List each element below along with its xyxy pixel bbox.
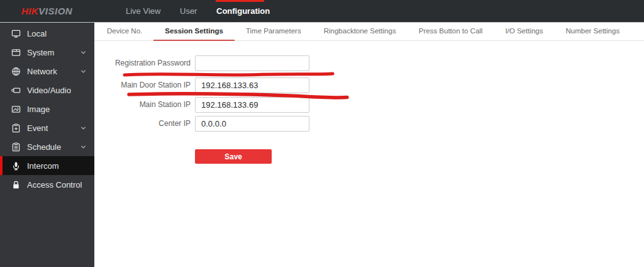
- sidebar-item-label: Intercom: [27, 161, 59, 171]
- tab-number-settings[interactable]: Number Settings: [555, 23, 631, 40]
- tab-press-button-to-call[interactable]: Press Button to Call: [408, 23, 494, 40]
- main-station-ip-input[interactable]: [195, 97, 309, 113]
- sidebar-item-label: Image: [27, 105, 50, 114]
- tab-session-settings[interactable]: Session Settings: [153, 23, 235, 40]
- sidebar-item-network[interactable]: Network: [0, 62, 94, 81]
- chevron-down-icon: [80, 69, 86, 74]
- main-station-ip-label: Main Station IP: [94, 97, 191, 113]
- center-ip-label: Center IP: [94, 116, 191, 132]
- main-content: Device No. Session Settings Time Paramet…: [94, 23, 644, 267]
- registration-password-input[interactable]: [195, 55, 309, 71]
- microphone-icon: [11, 161, 21, 171]
- image-icon: [11, 105, 21, 114]
- sidebar-item-system[interactable]: System: [0, 43, 94, 62]
- sidebar-item-label: Event: [27, 123, 48, 133]
- sidebar-item-video-audio[interactable]: Video/Audio: [0, 81, 94, 99]
- sidebar-item-intercom[interactable]: Intercom: [0, 156, 94, 175]
- schedule-icon: [11, 142, 21, 152]
- clipboard-icon: [11, 123, 21, 133]
- globe-icon: [11, 67, 21, 76]
- main-door-station-ip-label: Main Door Station IP: [94, 77, 191, 93]
- tab-io-settings[interactable]: I/O Settings: [494, 23, 554, 40]
- tab-device-no[interactable]: Device No.: [96, 23, 153, 40]
- monitor-icon: [11, 29, 21, 38]
- save-button[interactable]: Save: [195, 149, 272, 164]
- sidebar-item-image[interactable]: Image: [0, 99, 94, 118]
- active-nav-indicator: [216, 0, 264, 2]
- main-door-station-ip-input[interactable]: [195, 77, 309, 93]
- logo-hik: HIK: [21, 6, 38, 16]
- sidebar-item-label: Local: [27, 29, 47, 38]
- sidebar-item-schedule[interactable]: Schedule: [0, 137, 94, 156]
- sidebar-item-event[interactable]: Event: [0, 118, 94, 137]
- sidebar-item-label: Schedule: [27, 142, 61, 152]
- window-icon: [11, 48, 21, 57]
- lock-icon: [11, 180, 21, 190]
- chevron-down-icon: [80, 125, 86, 131]
- center-ip-input[interactable]: [195, 116, 309, 132]
- sidebar-item-label: Video/Audio: [27, 86, 71, 95]
- registration-password-label: Registration Password: [94, 55, 191, 71]
- logo-vision: VISION: [38, 6, 72, 16]
- chevron-down-icon: [80, 144, 86, 150]
- hikvision-logo: HIKVISION: [21, 6, 72, 16]
- sidebar-item-label: Network: [27, 67, 57, 76]
- nav-live-view[interactable]: Live View: [126, 0, 160, 22]
- nav-user[interactable]: User: [180, 0, 197, 22]
- video-icon: [11, 86, 21, 95]
- tab-ringbacktone-settings[interactable]: Ringbacktone Settings: [313, 23, 408, 40]
- nav-configuration[interactable]: Configuration: [216, 0, 270, 22]
- settings-tabbar: Device No. Session Settings Time Paramet…: [94, 23, 644, 41]
- sidebar-item-access-control[interactable]: Access Control: [0, 175, 94, 194]
- chevron-down-icon: [80, 50, 86, 55]
- sidebar: Local System Network Video/Audio: [0, 23, 94, 267]
- sidebar-item-local[interactable]: Local: [0, 24, 94, 43]
- tab-time-parameters[interactable]: Time Parameters: [235, 23, 313, 40]
- topbar: HIKVISION Live View User Configuration: [0, 0, 644, 23]
- sidebar-item-label: Access Control: [27, 180, 82, 190]
- sidebar-item-label: System: [27, 48, 54, 57]
